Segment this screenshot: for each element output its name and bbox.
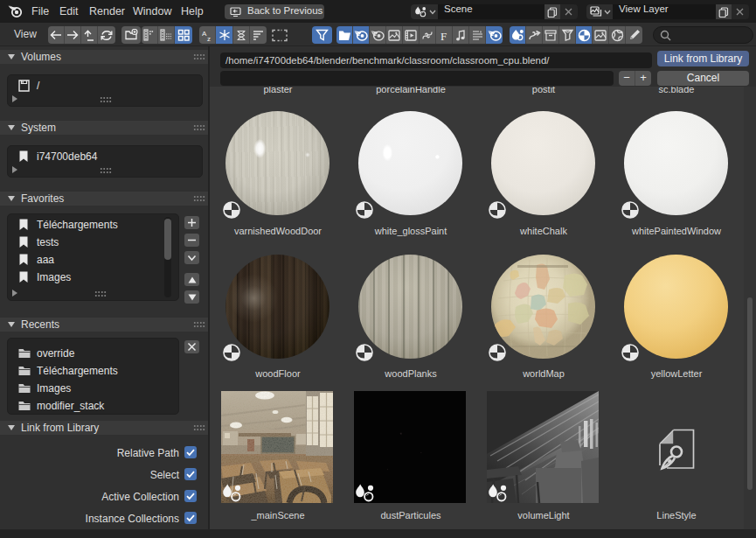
svg-text:z: z: [207, 35, 211, 41]
svg-text:F: F: [440, 30, 447, 41]
